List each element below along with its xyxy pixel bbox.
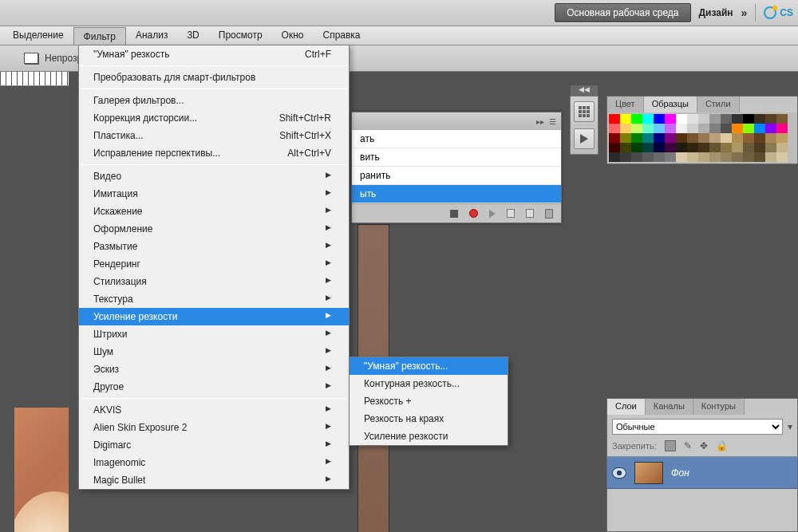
swatch[interactable] [665,143,676,152]
filter-group-stylize[interactable]: Стилизация [79,273,349,290]
swatch[interactable] [687,114,698,124]
swatch[interactable] [765,114,776,124]
play-icon[interactable] [489,210,496,218]
swatch[interactable] [609,133,620,143]
filter-group-blur[interactable]: Размытие [79,238,349,255]
filter-group-sharpen[interactable]: Усиление резкости [79,308,349,325]
workspace-more-icon[interactable]: » [741,6,748,19]
panel-menu-icon[interactable]: ☰ [549,117,556,126]
swatch[interactable] [754,143,765,152]
new-set-icon[interactable] [507,209,515,218]
layers-panel[interactable]: Слои Каналы Контуры Обычные ▾ Закрепить:… [606,398,798,532]
swatch[interactable] [754,152,765,162]
swatch[interactable] [631,124,642,133]
swatch[interactable] [732,143,743,152]
filter-last[interactable]: "Умная" резкость Ctrl+F [79,45,349,63]
swatch[interactable] [620,143,631,152]
swatch[interactable] [620,133,631,143]
filter-group-other[interactable]: Другое [79,378,349,396]
swatch[interactable] [654,152,665,162]
swatch[interactable] [609,114,620,124]
filter-liquify[interactable]: Пластика... Shift+Ctrl+X [79,127,349,144]
filter-vanishing-point[interactable]: Исправление перспективы... Alt+Ctrl+V [79,144,349,162]
menu-3d[interactable]: 3D [177,26,208,45]
swatch[interactable] [776,133,788,143]
cs-live-button[interactable]: CS [764,6,793,19]
swatch[interactable] [709,143,721,152]
menu-analysis[interactable]: Анализ [126,26,178,45]
swatch[interactable] [609,143,620,152]
tab-styles[interactable]: Стили [697,97,740,112]
swatch[interactable] [642,114,654,124]
swatch[interactable] [765,133,776,143]
swatch[interactable] [654,133,665,143]
swatch[interactable] [676,114,687,124]
filter-group-pixelate[interactable]: Оформление [79,220,349,238]
swatches-panel[interactable]: Цвет Образцы Стили [606,96,798,164]
swatch[interactable] [732,114,743,124]
filter-convert-smart[interactable]: Преобразовать для смарт-фильтров [79,69,349,86]
menu-selection[interactable]: Выделение [3,26,73,45]
filter-plugin-imagenomic[interactable]: Imagenomic [79,454,349,471]
panel-collapse-icon[interactable]: ▸▸ [536,117,544,126]
swatch[interactable] [609,124,620,133]
swatch[interactable] [665,133,676,143]
workspace-button[interactable]: Основная рабочая среда [555,3,690,22]
lock-all-icon[interactable]: 🔒 [716,440,728,451]
swatch[interactable] [765,152,776,162]
filter-group-brush[interactable]: Штрихи [79,325,349,343]
swatch[interactable] [676,152,687,162]
swatch[interactable] [620,152,631,162]
blend-mode-select[interactable]: Обычные [612,419,783,435]
filter-plugin-digimarc[interactable]: Digimarc [79,436,349,454]
swatch[interactable] [642,143,654,152]
action-item[interactable]: ать [352,130,561,148]
swatch[interactable] [665,152,676,162]
layer-thumbnail[interactable] [634,462,663,484]
swatch[interactable] [631,133,642,143]
swatch[interactable] [732,133,743,143]
layer-row[interactable]: Фон [607,457,797,489]
expand-panels-icon[interactable]: ◀◀ [571,85,598,96]
menu-view[interactable]: Просмотр [209,26,272,45]
menu-window[interactable]: Окно [272,26,314,45]
swatch[interactable] [642,152,654,162]
menu-help[interactable]: Справка [313,26,369,45]
sharpen-smart[interactable]: "Умная" резкость... [350,357,508,375]
swatch[interactable] [631,143,642,152]
swatch[interactable] [654,114,665,124]
swatch[interactable] [631,114,642,124]
swatch[interactable] [776,124,788,133]
swatch[interactable] [743,124,754,133]
swatch[interactable] [754,133,765,143]
swatch[interactable] [765,143,776,152]
swatch[interactable] [776,152,788,162]
swatch[interactable] [631,152,642,162]
document-image[interactable] [14,408,69,532]
swatch[interactable] [676,133,687,143]
swatch[interactable] [687,152,698,162]
menu-filter[interactable]: Фильтр [73,27,126,45]
tab-paths[interactable]: Контуры [693,399,745,415]
swatch[interactable] [721,124,732,133]
filter-plugin-akvis[interactable]: AKVIS [79,401,349,419]
swatch[interactable] [732,124,743,133]
filter-group-render[interactable]: Рендеринг [79,255,349,273]
sharpen-sharpen[interactable]: Усиление резкости [350,428,508,445]
lock-position-icon[interactable]: ✥ [700,440,708,451]
swatch[interactable] [698,143,709,152]
swatch[interactable] [721,143,732,152]
swatch[interactable] [743,133,754,143]
filter-gallery[interactable]: Галерея фильтров... [79,92,349,109]
swatch[interactable] [765,124,776,133]
filter-plugin-alienskin[interactable]: Alien Skin Exposure 2 [79,419,349,436]
tab-color[interactable]: Цвет [607,97,644,112]
sharpen-more[interactable]: Резкость + [350,392,508,410]
swatch[interactable] [709,133,721,143]
swatches-shortcut-icon[interactable] [574,101,595,122]
swatch[interactable] [687,133,698,143]
stop-icon[interactable] [450,210,458,218]
swatch[interactable] [676,143,687,152]
swatch[interactable] [687,124,698,133]
record-icon[interactable] [469,209,478,218]
